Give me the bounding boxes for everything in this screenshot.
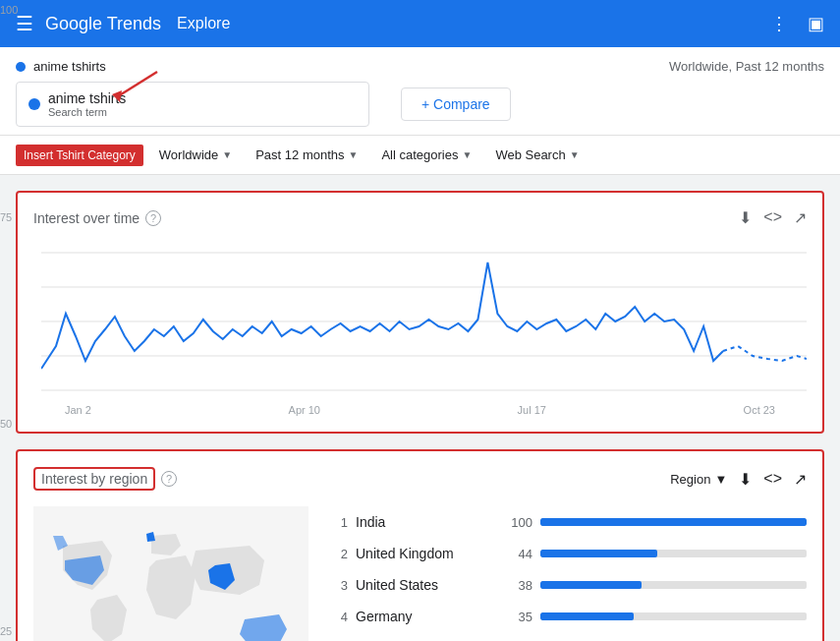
country-rank-1: 1 (332, 515, 348, 530)
y-axis-labels: 100 75 50 25 (0, 0, 18, 641)
interest-by-region-section: Interest by region ? Region ▼ ⬇ <> ↗ (16, 449, 824, 641)
y-label-25: 25 (0, 625, 18, 637)
google-trends-logo: Google Trends (45, 14, 161, 34)
country-score-4: 35 (501, 610, 532, 624)
country-list: 1 India 100 2 United Kingdom 44 3 (332, 506, 807, 641)
share-icon[interactable]: ⋮ (770, 13, 788, 34)
country-rank-4: 4 (332, 610, 348, 624)
country-bar-bg-2 (540, 550, 807, 557)
categories-arrow: ▼ (462, 149, 472, 160)
blue-dot-large (28, 98, 40, 110)
country-score-2: 44 (501, 547, 532, 561)
country-rank-2: 2 (332, 547, 348, 561)
region-download-icon[interactable]: ⬇ (739, 470, 752, 489)
country-bar-bg-4 (540, 612, 807, 620)
y-label-75: 75 (0, 211, 18, 223)
world-map (33, 506, 308, 641)
country-name-3: United States (356, 577, 493, 593)
search-box[interactable]: anime tshirts Search term (16, 82, 369, 127)
type-arrow: ▼ (570, 149, 580, 160)
categories-filter[interactable]: All categories ▼ (373, 144, 479, 166)
region-content: 1 India 100 2 United Kingdom 44 3 (33, 506, 807, 641)
x-label-jul: Jul 17 (518, 404, 546, 416)
search-box-type: Search term (48, 106, 126, 118)
region-info-icon[interactable]: ? (161, 471, 177, 487)
region-title: Interest by region (41, 471, 147, 487)
country-rank-3: 3 (332, 578, 348, 593)
region-title-box: Interest by region (33, 467, 155, 491)
x-label-oct: Oct 23 (744, 404, 775, 416)
country-item-4: 4 Germany 35 (332, 601, 807, 632)
main-content: Interest over time ? ⬇ <> ↗ 100 75 50 25 (0, 175, 840, 641)
period-filter[interactable]: Past 12 months ▼ (248, 144, 365, 166)
search-box-term: anime tshirts (48, 90, 126, 106)
explore-label: Explore (177, 15, 230, 32)
country-name-2: United Kingdom (356, 546, 493, 561)
worldwide-filter[interactable]: Worldwide ▼ (151, 144, 240, 166)
line-chart (41, 243, 807, 400)
chart-svg (41, 243, 807, 400)
country-item-2: 2 United Kingdom 44 (332, 538, 807, 569)
country-bar-4 (540, 612, 634, 620)
search-area: anime tshirts Worldwide, Past 12 months … (0, 47, 840, 136)
chart-embed-icon[interactable]: <> (763, 208, 782, 227)
interest-over-time-section: Interest over time ? ⬇ <> ↗ 100 75 50 25 (16, 191, 824, 434)
menu-icon[interactable]: ☰ (16, 12, 33, 35)
region-dropdown[interactable]: Region ▼ (670, 472, 727, 487)
y-label-100: 100 (0, 4, 18, 16)
y-label-50: 50 (0, 418, 18, 430)
country-bar-1 (540, 518, 807, 526)
x-axis-labels: Jan 2 Apr 10 Jul 17 Oct 23 (33, 400, 807, 416)
search-pill-row: anime tshirts Worldwide, Past 12 months (16, 55, 824, 78)
country-name-1: India (356, 514, 493, 530)
country-item-1: 1 India 100 (332, 506, 807, 538)
x-label-apr: Apr 10 (289, 404, 320, 416)
worldwide-arrow: ▼ (222, 149, 232, 160)
country-bar-2 (540, 550, 657, 557)
chart-header: Interest over time ? ⬇ <> ↗ (33, 208, 807, 227)
chart-share-icon[interactable]: ↗ (794, 208, 807, 227)
period-arrow: ▼ (349, 149, 359, 160)
region-dropdown-label: Region (670, 472, 710, 487)
chart-download-icon[interactable]: ⬇ (739, 208, 752, 227)
country-item-5: 5 Australia 30 (332, 632, 807, 641)
region-title-row: Interest by region ? (33, 467, 177, 491)
insert-tshirt-button[interactable]: Insert Tshirt Category (16, 145, 143, 166)
worldwide-period-label: Worldwide, Past 12 months (669, 59, 824, 74)
search-input-row: anime tshirts Search term + Compare (16, 78, 824, 135)
chart-info-icon[interactable]: ? (145, 210, 161, 226)
region-controls: Region ▼ ⬇ <> ↗ (670, 470, 807, 489)
country-bar-bg-3 (540, 581, 807, 589)
country-score-1: 100 (501, 515, 532, 530)
chart-title-row: Interest over time ? (33, 210, 161, 226)
chart-icons: ⬇ <> ↗ (739, 208, 807, 227)
country-name-4: Germany (356, 609, 493, 624)
feedback-icon[interactable]: ▣ (808, 13, 824, 34)
compare-button[interactable]: + Compare (401, 87, 511, 121)
header: ☰ Google Trends Explore ⋮ ▣ (0, 0, 840, 47)
search-term-small: anime tshirts (33, 59, 106, 74)
region-embed-icon[interactable]: <> (763, 470, 782, 488)
type-filter[interactable]: Web Search ▼ (487, 144, 587, 166)
chart-title: Interest over time (33, 210, 140, 226)
region-header: Interest by region ? Region ▼ ⬇ <> ↗ (33, 467, 807, 491)
filters-row: Insert Tshirt Category Worldwide ▼ Past … (0, 136, 840, 175)
map-svg (33, 506, 308, 641)
country-item-3: 3 United States 38 (332, 569, 807, 601)
x-label-jan: Jan 2 (65, 404, 91, 416)
region-share-icon[interactable]: ↗ (794, 470, 807, 489)
region-dropdown-arrow: ▼ (714, 472, 727, 487)
country-bar-3 (540, 581, 642, 589)
country-score-3: 38 (501, 578, 532, 593)
country-bar-bg-1 (540, 518, 807, 526)
